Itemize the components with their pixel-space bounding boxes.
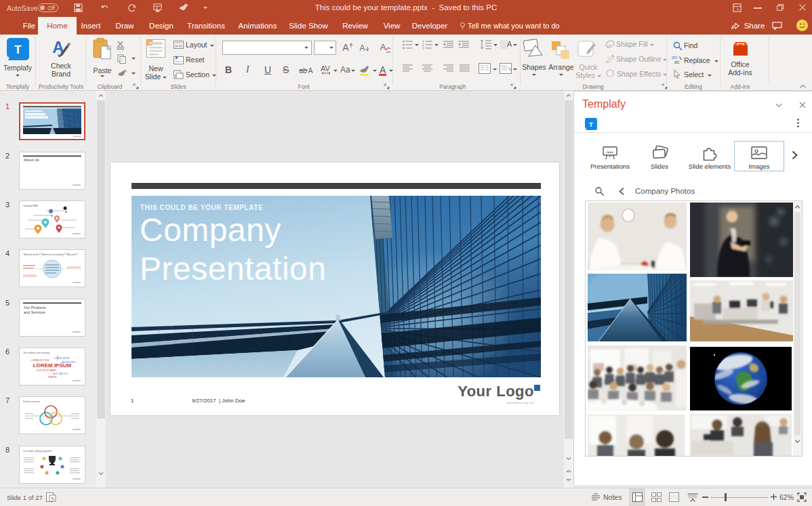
svg-text:ADIPISCING: ADIPISCING <box>62 361 76 364</box>
svg-text:TEMPOR: TEMPOR <box>48 376 58 379</box>
svg-text:3: 3 <box>422 47 424 49</box>
svg-text:ac: ac <box>674 60 680 64</box>
svg-text:✎: ✎ <box>51 497 55 501</box>
svg-text:LOREM DICTUM: LOREM DICTUM <box>31 359 49 362</box>
svg-text:"What do we do?" "Where are we: "What do we do?" "Where are we heading?"… <box>23 253 78 256</box>
svg-text:ab: ab <box>672 55 677 60</box>
svg-text:A: A <box>342 42 349 53</box>
svg-text:A: A <box>507 40 512 48</box>
svg-text:A: A <box>380 42 386 52</box>
svg-text:T: T <box>14 43 22 56</box>
svg-text:Company DNA: Company DNA <box>23 205 38 207</box>
svg-text:AV: AV <box>321 64 331 72</box>
svg-text:Our unique selling proposition: Our unique selling proposition <box>23 450 52 452</box>
svg-text:Product overview: Product overview <box>23 400 40 403</box>
svg-text:DOLOR SIT AMET: DOLOR SIT AMET <box>37 369 57 372</box>
svg-text:The audience was shouting: The audience was shouting <box>23 352 49 354</box>
svg-text:A: A <box>359 43 365 53</box>
svg-text:and Services: and Services <box>24 310 45 314</box>
svg-text:T: T <box>589 121 593 128</box>
svg-text:CONSECTETUR: CONSECTETUR <box>54 357 70 360</box>
svg-text:Our Products: Our Products <box>24 305 46 310</box>
svg-text:About Us: About Us <box>24 158 39 162</box>
svg-text:ELIT SED DO: ELIT SED DO <box>53 373 68 375</box>
